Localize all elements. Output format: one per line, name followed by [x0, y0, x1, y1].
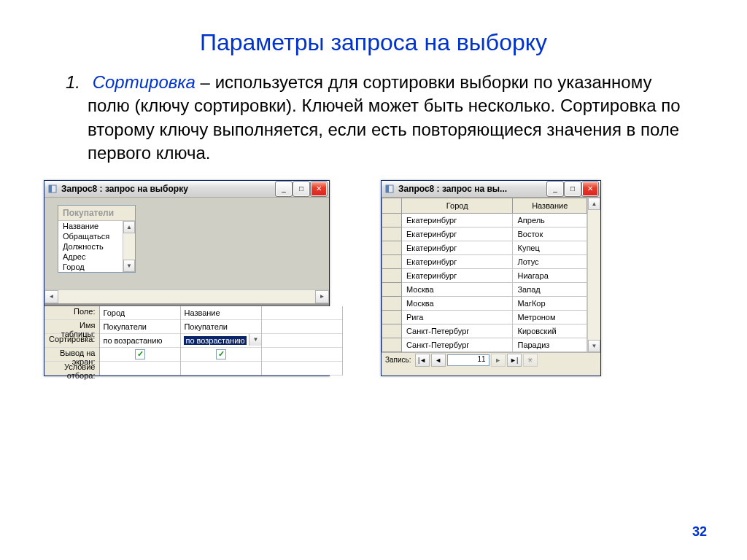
grid-column[interactable]: ГородПокупателипо возрастанию✓: [100, 306, 181, 376]
table-row[interactable]: ЕкатеринбургВосток: [382, 227, 587, 241]
next-record-button[interactable]: ►: [491, 354, 506, 367]
empty-cell[interactable]: [262, 334, 342, 348]
cell-show[interactable]: ✓: [181, 348, 261, 362]
datasheet-window: Запрос8 : запрос на вы... _ □ ✕ ГородНаз…: [381, 180, 601, 376]
field-list-scrollbar[interactable]: ▲ ▼: [123, 221, 135, 272]
row-selector[interactable]: [382, 296, 402, 310]
table-cell[interactable]: Купец: [513, 241, 587, 254]
record-number-input[interactable]: 11: [447, 354, 489, 366]
v-scrollbar[interactable]: ▲ ▼: [587, 198, 600, 352]
scroll-up-icon[interactable]: ▲: [588, 198, 600, 210]
cell-criteria[interactable]: [100, 362, 180, 376]
cell-sort[interactable]: по возрастанию▼: [181, 334, 261, 348]
h-scrollbar[interactable]: ◄ ►: [44, 289, 329, 303]
row-selector[interactable]: [382, 282, 402, 296]
column-header[interactable]: Город: [402, 198, 513, 213]
cell-table[interactable]: Покупатели: [181, 320, 261, 334]
table-cell[interactable]: Парадиз: [513, 338, 587, 351]
record-navigator[interactable]: Запись: |◄ ◄ 11 ► ►| ✳: [382, 352, 600, 368]
table-cell[interactable]: Екатеринбург: [402, 227, 513, 241]
scroll-up-icon[interactable]: ▲: [123, 221, 135, 233]
table-cell[interactable]: Москва: [402, 296, 513, 310]
row-selector[interactable]: [382, 227, 402, 241]
maximize-button[interactable]: □: [565, 182, 581, 196]
table-cell[interactable]: Москва: [402, 282, 513, 296]
new-record-button[interactable]: ✳: [523, 354, 538, 367]
title-bar[interactable]: Запрос8 : запрос на вы... _ □ ✕: [382, 181, 600, 198]
record-label: Запись:: [383, 356, 414, 364]
minimize-button[interactable]: _: [547, 182, 563, 196]
table-cell[interactable]: Восток: [513, 227, 587, 241]
cell-criteria[interactable]: [181, 362, 261, 376]
table-row[interactable]: ЕкатеринбургНиагара: [382, 268, 587, 282]
cell-show[interactable]: ✓: [100, 348, 180, 362]
table-cell[interactable]: Санкт-Петербург: [402, 324, 513, 338]
grid-column[interactable]: НазваниеПокупателипо возрастанию▼✓: [181, 306, 262, 376]
table-cell[interactable]: Лотус: [513, 254, 587, 268]
table-row[interactable]: ЕкатеринбургЛотус: [382, 254, 587, 268]
table-row[interactable]: МоскваМагКор: [382, 296, 587, 310]
field-list-item[interactable]: Адрес: [58, 252, 123, 262]
design-columns[interactable]: ГородПокупателипо возрастанию✓НазваниеПо…: [100, 306, 343, 376]
title-bar[interactable]: Запрос8 : запрос на выборку _ □ ✕: [44, 181, 329, 198]
scroll-right-icon[interactable]: ►: [315, 290, 329, 303]
table-cell[interactable]: Апрель: [513, 213, 587, 227]
list-number: 1.: [66, 71, 88, 94]
table-row[interactable]: РигаМетроном: [382, 310, 587, 324]
prev-record-button[interactable]: ◄: [431, 354, 446, 367]
checkbox-icon[interactable]: ✓: [216, 349, 226, 359]
table-cell[interactable]: Метроном: [513, 310, 587, 324]
field-list-item[interactable]: Город: [58, 262, 123, 272]
empty-cell[interactable]: [262, 320, 342, 334]
cell-table[interactable]: Покупатели: [100, 320, 180, 334]
close-button[interactable]: ✕: [582, 182, 598, 196]
table-cell[interactable]: МагКор: [513, 296, 587, 310]
term-sortirovka: Сортировка: [93, 72, 196, 92]
table-cell[interactable]: Екатеринбург: [402, 254, 513, 268]
field-list-item[interactable]: Обращаться: [58, 231, 123, 241]
cell-field[interactable]: Название: [181, 306, 261, 320]
table-cell[interactable]: Запад: [513, 282, 587, 296]
first-record-button[interactable]: |◄: [415, 354, 430, 367]
field-list-box[interactable]: Покупатели НазваниеОбращатьсяДолжностьАд…: [58, 205, 136, 273]
chevron-down-icon[interactable]: ▼: [249, 334, 261, 346]
row-selector[interactable]: [382, 254, 402, 268]
empty-cell[interactable]: [262, 306, 342, 320]
scroll-left-icon[interactable]: ◄: [44, 290, 58, 303]
row-selector[interactable]: [382, 310, 402, 324]
table-row[interactable]: ЕкатеринбургАпрель: [382, 213, 587, 227]
scroll-down-icon[interactable]: ▼: [123, 260, 135, 272]
column-header[interactable]: Название: [513, 198, 587, 213]
table-row[interactable]: ЕкатеринбургКупец: [382, 241, 587, 254]
row-selector[interactable]: [382, 268, 402, 282]
scroll-down-icon[interactable]: ▼: [588, 340, 600, 352]
table-row[interactable]: Санкт-ПетербургПарадиз: [382, 338, 587, 351]
field-list[interactable]: НазваниеОбращатьсяДолжностьАдресГород: [58, 221, 123, 272]
last-record-button[interactable]: ►|: [507, 354, 522, 367]
row-selector[interactable]: [382, 324, 402, 338]
empty-cell[interactable]: [262, 362, 342, 376]
close-button[interactable]: ✕: [311, 182, 327, 196]
checkbox-icon[interactable]: ✓: [135, 349, 145, 359]
table-row[interactable]: Санкт-ПетербургКировский: [382, 324, 587, 338]
empty-cell[interactable]: [262, 348, 342, 362]
row-selector[interactable]: [382, 241, 402, 254]
maximize-button[interactable]: □: [293, 182, 309, 196]
table-row[interactable]: МоскваЗапад: [382, 282, 587, 296]
table-cell[interactable]: Ниагара: [513, 268, 587, 282]
table-cell[interactable]: Екатеринбург: [402, 268, 513, 282]
cell-field[interactable]: Город: [100, 306, 180, 320]
field-list-item[interactable]: Должность: [58, 241, 123, 252]
row-selector[interactable]: [382, 338, 402, 351]
table-cell[interactable]: Рига: [402, 310, 513, 324]
table-cell[interactable]: Санкт-Петербург: [402, 338, 513, 351]
row-selector-header[interactable]: [382, 198, 402, 213]
cell-sort[interactable]: по возрастанию: [100, 334, 180, 348]
minimize-button[interactable]: _: [276, 182, 292, 196]
field-list-item[interactable]: Название: [58, 221, 123, 231]
table-cell[interactable]: Екатеринбург: [402, 241, 513, 254]
row-selector[interactable]: [382, 213, 402, 227]
table-cell[interactable]: Екатеринбург: [402, 213, 513, 227]
datasheet-table[interactable]: ГородНазвание ЕкатеринбургАпрельЕкатерин…: [382, 198, 587, 352]
table-cell[interactable]: Кировский: [513, 324, 587, 338]
